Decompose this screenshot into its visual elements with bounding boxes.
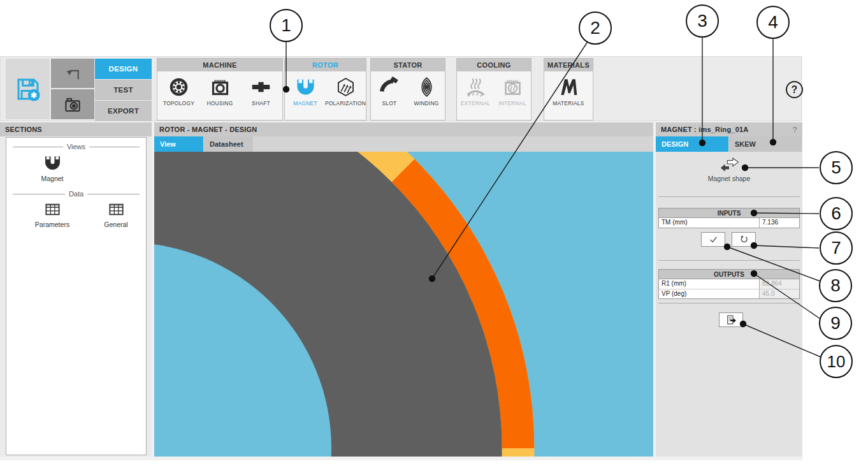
ribbon-item-materials[interactable]: MATERIALS: [549, 77, 588, 106]
export-data-button[interactable]: [719, 312, 743, 327]
callout-9: 9: [819, 307, 852, 340]
tab-test[interactable]: TEST: [95, 80, 152, 100]
rotor-cross-section: [154, 152, 653, 457]
callout-7: 7: [820, 231, 853, 265]
ribbon-item-internal: INTERNAL: [494, 77, 531, 106]
general-table-icon: [108, 201, 125, 218]
tab-datasheet[interactable]: Datasheet: [204, 136, 254, 152]
slot-icon: [379, 77, 400, 98]
materials-icon: [558, 77, 579, 98]
callout-4: 4: [756, 6, 790, 39]
views-group-label: Views: [13, 143, 140, 150]
outputs-table: OUTPUTS R1 (mm) 82.864 VP (deg) 45.0: [658, 269, 800, 299]
group-stator-title: STATOR: [371, 59, 445, 71]
winding-icon: [416, 77, 437, 98]
output-value-vp: 45.0: [760, 289, 799, 298]
internal-cooling-icon: [502, 77, 523, 98]
shaft-icon: [250, 77, 271, 98]
camera-icon: [63, 95, 82, 114]
help-icon[interactable]: ?: [786, 81, 803, 98]
group-cooling-title: COOLING: [457, 59, 531, 71]
callout-6: 6: [820, 197, 853, 230]
divider: [658, 303, 800, 303]
divider: [658, 260, 800, 261]
tab-design[interactable]: DESIGN: [95, 59, 152, 79]
table-row: TM (mm) 7.136: [659, 218, 799, 228]
group-machine: MACHINE TOPOLOGY HOUSING SHAFT: [157, 58, 283, 121]
sidebar-item-general[interactable]: General: [83, 201, 149, 228]
sidebar-item-magnet[interactable]: Magnet: [19, 154, 85, 182]
ribbon-item-topology[interactable]: TOPOLOGY: [159, 77, 199, 106]
sections-header: SECTIONS: [0, 122, 152, 136]
callout-3: 3: [686, 4, 719, 38]
app-window: DESIGN TEST EXPORT MACHINE TOPOLOGY HOUS…: [0, 0, 868, 468]
ribbon-item-polarization[interactable]: POLARIZATION: [326, 77, 365, 106]
tab-view[interactable]: View: [154, 136, 204, 152]
group-stator: STATOR SLOT WINDING: [370, 58, 445, 121]
parameters-table-icon: [44, 201, 61, 218]
tab-export[interactable]: EXPORT: [95, 101, 152, 121]
polarization-icon: [335, 77, 356, 98]
magnet-shape-arrows-icon: [720, 157, 739, 173]
reset-button[interactable]: [732, 232, 756, 247]
group-cooling: COOLING EXTERNAL INTERNAL: [456, 58, 532, 121]
sections-box: Views Magnet Data Parameters General: [6, 137, 147, 455]
ribbon-item-winding[interactable]: WINDING: [408, 77, 445, 106]
table-row: VP (deg) 45.0: [659, 289, 799, 298]
sidebar-item-parameters[interactable]: Parameters: [18, 201, 87, 228]
toolbar: DESIGN TEST EXPORT MACHINE TOPOLOGY HOUS…: [0, 56, 802, 121]
callout-2: 2: [579, 11, 612, 45]
main-tab-bar: View Datasheet: [154, 136, 653, 152]
magnet-icon: [43, 154, 62, 172]
output-label-vp: VP (deg): [659, 289, 760, 298]
reset-icon: [739, 235, 749, 245]
group-rotor-title: ROTOR: [285, 59, 366, 71]
group-rotor: ROTOR MAGNET POLARIZATION: [284, 58, 366, 121]
magnet-panel-title: MAGNET : ims_Ring_01A ?: [656, 122, 802, 136]
inputs-table: INPUTS TM (mm) 7.136: [658, 208, 800, 228]
output-label-r1: R1 (mm): [659, 279, 760, 289]
external-cooling-icon: [465, 77, 486, 98]
group-materials-title: MATERIALS: [544, 59, 593, 71]
magnet-icon: [295, 77, 316, 98]
table-row: R1 (mm) 82.864: [659, 279, 799, 289]
housing-icon: [210, 77, 231, 98]
ribbon-item-shaft[interactable]: SHAFT: [242, 77, 281, 106]
callout-1: 1: [270, 9, 303, 42]
magnet-shape-button[interactable]: Magnet shape: [656, 157, 802, 182]
callout-5: 5: [820, 151, 853, 184]
tab-panel-skew[interactable]: SKEW: [729, 136, 802, 152]
export-document-icon: [725, 314, 737, 326]
main-view-title: ROTOR - MAGNET - DESIGN: [154, 122, 653, 136]
import-arrow-icon: [64, 64, 82, 82]
save-icon: [15, 77, 41, 102]
callout-8: 8: [819, 269, 852, 302]
ribbon-item-magnet[interactable]: MAGNET: [286, 77, 325, 106]
input-value-tm[interactable]: 7.136: [760, 218, 799, 228]
ribbon-item-slot[interactable]: SLOT: [371, 77, 408, 106]
group-machine-title: MACHINE: [157, 59, 282, 71]
apply-button[interactable]: [701, 232, 725, 247]
check-icon: [708, 234, 719, 245]
save-button[interactable]: [6, 59, 50, 119]
tab-panel-design[interactable]: DESIGN: [656, 136, 729, 152]
rotor-view-canvas[interactable]: [154, 152, 653, 457]
panel-tab-bar: DESIGN SKEW: [656, 136, 802, 152]
topology-icon: [168, 77, 189, 98]
group-materials: MATERIALS MATERIALS: [544, 58, 593, 121]
screenshot-button[interactable]: [51, 89, 94, 119]
panel-help-icon[interactable]: ?: [793, 125, 797, 135]
data-group-label: Data: [13, 190, 140, 198]
divider: [658, 196, 800, 197]
ribbon-item-housing[interactable]: HOUSING: [200, 77, 240, 106]
outputs-header: OUTPUTS: [659, 270, 799, 279]
ribbon-item-external: EXTERNAL: [457, 77, 494, 106]
magnet-panel-body: Magnet shape INPUTS TM (mm) 7.136 OUTPUT…: [656, 152, 802, 457]
output-value-r1: 82.864: [760, 279, 799, 289]
import-button[interactable]: [51, 59, 94, 88]
inputs-header: INPUTS: [659, 208, 799, 218]
callout-10: 10: [820, 345, 853, 378]
sections-panel: Views Magnet Data Parameters General: [0, 136, 152, 457]
input-label-tm: TM (mm): [659, 218, 760, 228]
